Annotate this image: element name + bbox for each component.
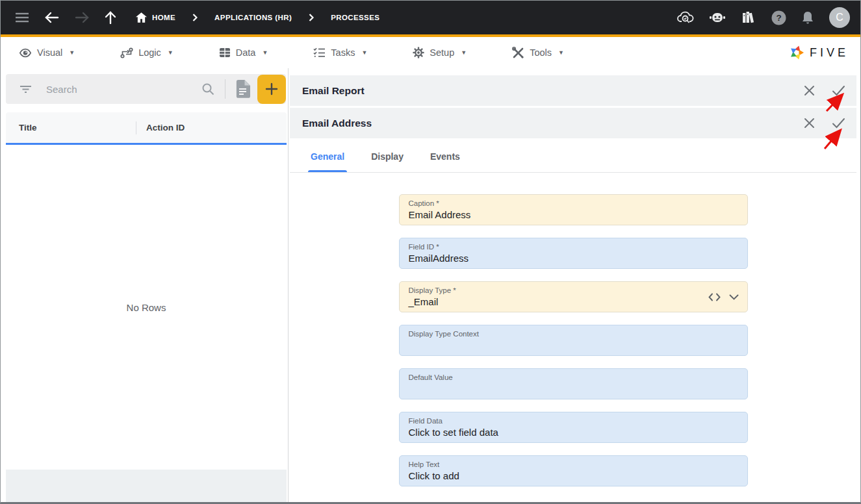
search-input[interactable] bbox=[46, 84, 201, 95]
column-header-action-id[interactable]: Action ID bbox=[136, 123, 185, 132]
menu-tools[interactable]: Tools▼ bbox=[509, 43, 567, 62]
field-data-field[interactable]: Field Data Click to set field data bbox=[399, 412, 748, 443]
chevron-right-icon bbox=[309, 14, 314, 21]
menubar: Visual▼ Logic▼ Data▼ Tasks▼ Setup▼ Tools… bbox=[1, 37, 860, 68]
form-tabs: General Display Events bbox=[290, 140, 856, 173]
add-record-button[interactable] bbox=[257, 75, 286, 104]
close-icon[interactable] bbox=[804, 118, 815, 129]
menu-tasks[interactable]: Tasks▼ bbox=[311, 44, 370, 62]
grid-footer bbox=[6, 470, 287, 503]
tools-icon bbox=[512, 47, 524, 58]
grid-body: No Rows bbox=[6, 145, 287, 470]
outer-form-title: Email Report bbox=[302, 85, 365, 97]
caret-down-icon: ▼ bbox=[461, 49, 467, 56]
records-grid: Title Action ID No Rows bbox=[6, 112, 287, 503]
caret-down-icon: ▼ bbox=[361, 49, 367, 56]
chevron-right-icon bbox=[192, 14, 198, 21]
code-icon[interactable] bbox=[708, 293, 721, 301]
notifications-bell-icon[interactable] bbox=[801, 10, 814, 25]
column-header-title[interactable]: Title bbox=[6, 123, 136, 132]
tab-events[interactable]: Events bbox=[428, 151, 463, 172]
email-address-header: Email Address bbox=[290, 108, 856, 138]
menu-setup[interactable]: Setup▼ bbox=[410, 43, 469, 62]
tab-display[interactable]: Display bbox=[368, 151, 406, 172]
field-id-field[interactable]: Field ID * EmailAddress bbox=[399, 238, 748, 269]
display-type-field[interactable]: Display Type * _Email bbox=[399, 281, 748, 312]
help-text-field[interactable]: Help Text Click to add bbox=[399, 455, 748, 486]
five-logo-text: FIVE bbox=[810, 46, 849, 60]
table-grid-icon bbox=[219, 47, 231, 58]
inner-form-title: Email Address bbox=[302, 118, 372, 129]
general-tab-content: Caption * Email Address Field ID * Email… bbox=[290, 173, 856, 503]
help-icon[interactable]: ? bbox=[771, 10, 786, 25]
menu-logic[interactable]: Logic▼ bbox=[118, 44, 176, 62]
documentation-books-icon[interactable] bbox=[741, 10, 756, 25]
logic-flow-icon bbox=[120, 47, 133, 58]
hamburger-menu-icon[interactable] bbox=[15, 12, 29, 23]
search-icon[interactable] bbox=[201, 82, 214, 95]
empty-state-text: No Rows bbox=[127, 302, 166, 313]
svg-text:?: ? bbox=[776, 13, 781, 23]
close-icon[interactable] bbox=[804, 85, 815, 96]
breadcrumb-home[interactable]: HOME bbox=[136, 12, 175, 23]
cloud-inspect-icon[interactable] bbox=[677, 10, 694, 25]
document-icon[interactable] bbox=[235, 80, 251, 99]
breadcrumb-applications[interactable]: APPLICATIONS (HR) bbox=[214, 14, 292, 21]
form-editor-panel: Email Report Email Address bbox=[289, 68, 860, 503]
caret-down-icon: ▼ bbox=[262, 49, 268, 56]
display-type-context-field[interactable]: Display Type Context bbox=[399, 325, 748, 356]
default-value-field[interactable]: Default Value bbox=[399, 368, 748, 399]
assistant-robot-icon[interactable] bbox=[709, 11, 726, 24]
save-check-icon[interactable] bbox=[832, 118, 845, 129]
breadcrumb-processes[interactable]: PROCESSES bbox=[331, 14, 379, 21]
up-arrow-icon[interactable] bbox=[105, 11, 116, 24]
toolbar-divider bbox=[225, 79, 225, 99]
eye-icon bbox=[19, 48, 32, 58]
grid-header-row: Title Action ID bbox=[6, 112, 287, 145]
caret-down-icon: ▼ bbox=[69, 49, 75, 56]
topbar: HOME APPLICATIONS (HR) PROCESSES ? bbox=[1, 1, 860, 34]
email-report-header: Email Report bbox=[290, 75, 856, 106]
menu-data[interactable]: Data▼ bbox=[216, 44, 271, 62]
save-check-icon[interactable] bbox=[832, 85, 845, 96]
forward-arrow-icon[interactable] bbox=[75, 12, 89, 23]
search-bar bbox=[6, 74, 286, 104]
menu-visual[interactable]: Visual▼ bbox=[16, 44, 77, 62]
caption-field[interactable]: Caption * Email Address bbox=[399, 194, 748, 225]
filter-icon[interactable] bbox=[19, 85, 32, 94]
chevron-down-icon[interactable] bbox=[729, 294, 739, 300]
back-arrow-icon[interactable] bbox=[45, 12, 59, 23]
caret-down-icon: ▼ bbox=[168, 49, 173, 56]
checklist-icon bbox=[313, 47, 326, 58]
avatar[interactable]: C bbox=[829, 7, 850, 28]
breadcrumb: HOME APPLICATIONS (HR) PROCESSES bbox=[136, 12, 379, 23]
five-pinwheel-icon bbox=[788, 44, 805, 61]
tab-general[interactable]: General bbox=[308, 151, 347, 172]
caret-down-icon: ▼ bbox=[558, 49, 564, 56]
home-icon bbox=[136, 12, 147, 23]
left-list-panel: Title Action ID No Rows bbox=[1, 68, 289, 503]
gear-icon bbox=[413, 47, 424, 58]
breadcrumb-home-label: HOME bbox=[152, 14, 175, 21]
five-logo: FIVE bbox=[788, 44, 849, 61]
